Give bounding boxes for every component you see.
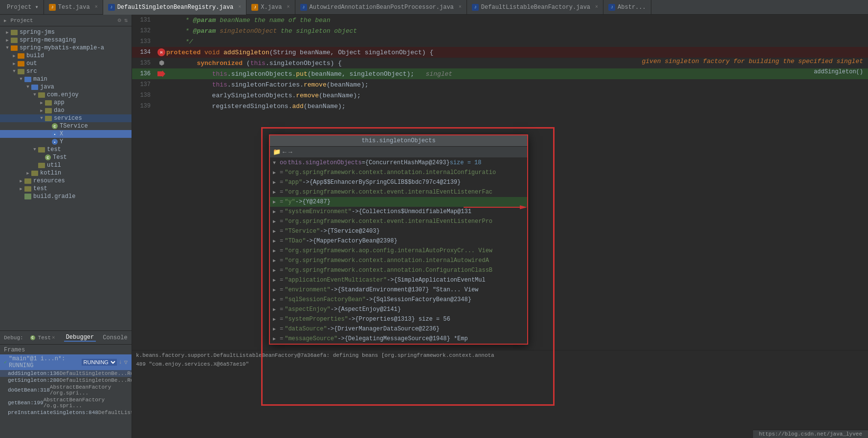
tab-test-java[interactable]: J Test.java × bbox=[44, 0, 103, 15]
tree-item-tservice[interactable]: C TService bbox=[0, 122, 132, 130]
code-editor[interactable]: 131 * @param beanName the name of the be… bbox=[132, 15, 868, 350]
popup-row-15[interactable]: ▶ = "systemProperties" -> {Properties@13… bbox=[270, 314, 527, 324]
popup-row-16[interactable]: ▶ = "dataSource" -> {DriverManagerDataSo… bbox=[270, 324, 527, 334]
popup-forward-btn[interactable]: → bbox=[289, 149, 292, 156]
label-main: main bbox=[33, 76, 47, 83]
tree-item-kotlin[interactable]: kotlin bbox=[0, 169, 132, 177]
sort-frames-icon[interactable]: ↓ bbox=[119, 359, 122, 366]
popup-row-9[interactable]: ▶ = "org.springframework.context.annotat… bbox=[270, 256, 527, 265]
code-line-133: 133 */ bbox=[132, 36, 868, 47]
close-icon[interactable]: × bbox=[95, 4, 98, 10]
tree-item-y[interactable]: • Y bbox=[0, 138, 132, 146]
popup-row-2[interactable]: ▶ = "org.springframework.context.event.i… bbox=[270, 187, 527, 197]
tree-item-main[interactable]: main bbox=[0, 75, 132, 83]
popup-header: this.singletonObjects bbox=[270, 135, 527, 147]
tree-container[interactable]: spring-jms spring-messaging spring-mybat… bbox=[0, 26, 132, 330]
frame-row-1[interactable]: getSingleton:280 DefaultSingletonBe...Re… bbox=[0, 377, 132, 384]
popup-row-5[interactable]: ▶ = "org.springframework.context.event.i… bbox=[270, 217, 527, 226]
entry-val-17: {DelegatingMessageSource@1948} *Emp bbox=[345, 335, 468, 342]
label-com-enjoy: com.enjoy bbox=[47, 91, 79, 98]
tab-abstr-label: Abstr... bbox=[618, 4, 646, 11]
tree-item-services[interactable]: services bbox=[0, 114, 132, 122]
gear-icon[interactable]: ⚙ bbox=[118, 17, 121, 24]
line-num-136: 136 bbox=[137, 70, 156, 77]
tree-item-test-src[interactable]: test bbox=[0, 185, 132, 193]
popup-row-6[interactable]: ▶ = "TService" -> {TService@2403} bbox=[270, 226, 527, 236]
popup-row-8[interactable]: ▶ = "org.springframework.aop.config.inte… bbox=[270, 246, 527, 256]
tree-item-src[interactable]: src bbox=[0, 67, 132, 75]
debug-tabs: Debug: C Test × Debugger Console ≡ ⬇ ⬇ ⬆… bbox=[0, 331, 132, 345]
arrow-kotlin bbox=[24, 171, 31, 176]
popup-row-17[interactable]: ▶ = "messageSource" -> {DelegatingMessag… bbox=[270, 334, 527, 344]
java-icon-2: J bbox=[251, 4, 258, 11]
tree-item-test-folder[interactable]: test bbox=[0, 146, 132, 153]
tab-default-singleton[interactable]: J DefaultSingletonBeanRegistry.java × bbox=[103, 0, 247, 15]
popup-root-row[interactable]: ▼ oo this.singletonObjects = {Concurrent… bbox=[270, 158, 527, 168]
tree-item-build[interactable]: build bbox=[0, 52, 132, 60]
tree-item-spring-messaging[interactable]: spring-messaging bbox=[0, 36, 132, 44]
code-line-139: 139 registeredSingletons.add(beanName); bbox=[132, 101, 868, 111]
arrow-services bbox=[38, 116, 45, 121]
close-icon-5[interactable]: × bbox=[595, 4, 598, 10]
debugger-tab[interactable]: Debugger bbox=[64, 334, 96, 342]
popup-row-7[interactable]: ▶ = "TDao" -> {MapperFactoryBean@2398} bbox=[270, 236, 527, 246]
console-text-1: 489 "com.enjoy.services.X@6a57ae10" bbox=[136, 361, 249, 367]
svg-marker-2 bbox=[520, 205, 527, 209]
frame-row-4[interactable]: preInstantiateSingletons:848 DefaultList… bbox=[0, 409, 132, 416]
tree-item-util[interactable]: util bbox=[0, 161, 132, 169]
entry-val-4: {Collections$UnmodifiableMap@131 bbox=[358, 208, 471, 215]
arrow-dao bbox=[38, 108, 45, 113]
entry-val-13: {SqlSessionFactoryBean@2348} bbox=[373, 296, 471, 303]
tab-x-java[interactable]: J X.java × bbox=[246, 0, 295, 15]
popup-row-1[interactable]: ▶ = "app" -> {App$$EnhancerBySpringCGLIB… bbox=[270, 177, 527, 187]
arrow-spring-messaging bbox=[4, 38, 11, 43]
tree-item-spring-jms[interactable]: spring-jms bbox=[0, 28, 132, 36]
label-out: out bbox=[26, 60, 37, 67]
popup-row-13[interactable]: ▶ = "sqlSessionFactoryBean" -> {SqlSessi… bbox=[270, 295, 527, 305]
line-num-138: 138 bbox=[137, 92, 156, 99]
frame-class-name-2: AbstractBeanFactory /org.spri... bbox=[50, 384, 124, 396]
thread-row-main[interactable]: ✓ "main"@1 i...n*: RUNNING RUNNING ↓ ▽ bbox=[0, 354, 132, 370]
popup-folder-btn[interactable]: 📁 bbox=[273, 148, 281, 156]
close-icon-2[interactable]: × bbox=[238, 4, 241, 10]
popup-content[interactable]: ▼ oo this.singletonObjects = {Concurrent… bbox=[270, 158, 527, 344]
frame-row-3[interactable]: getBean:199 AbstractBeanFactory /o.g.spr… bbox=[0, 396, 132, 409]
tree-item-build-gradle[interactable]: build.gradle bbox=[0, 193, 132, 200]
console-tab[interactable]: Console bbox=[101, 334, 129, 341]
close-debug-icon[interactable]: × bbox=[52, 335, 55, 341]
expand-icon[interactable]: ⇅ bbox=[124, 17, 128, 24]
tree-item-dao[interactable]: dao bbox=[0, 107, 132, 114]
close-icon-3[interactable]: × bbox=[287, 4, 290, 10]
frame-row-2[interactable]: doGetBean:318 AbstractBeanFactory /org.s… bbox=[0, 384, 132, 396]
popup-row-10[interactable]: ▶ = "org.springframework.context.annotat… bbox=[270, 265, 527, 275]
debug-test-label: C Test × bbox=[30, 335, 55, 341]
popup-back-btn[interactable]: ← bbox=[283, 149, 287, 156]
filter-frames-icon[interactable]: ▽ bbox=[124, 359, 128, 366]
folder-icon-src bbox=[18, 69, 24, 74]
popup-row-11[interactable]: ▶ = "applicationEventMulticaster" -> {Si… bbox=[270, 275, 527, 285]
popup-row-12[interactable]: ▶ = "environment" -> {StandardEnvironmen… bbox=[270, 285, 527, 295]
tree-item-out[interactable]: out bbox=[0, 60, 132, 67]
tree-item-spring-mybatis[interactable]: spring-mybatis-example-a bbox=[0, 44, 132, 52]
close-icon-4[interactable]: × bbox=[459, 4, 462, 10]
java-blue-icon-3: J bbox=[472, 4, 479, 11]
tree-item-app[interactable]: app bbox=[0, 99, 132, 107]
tab-project[interactable]: Project ▾ bbox=[2, 0, 44, 15]
popup-row-14[interactable]: ▶ = "aspectEnjoy" -> {AspectEnjoy@2141} bbox=[270, 305, 527, 314]
tree-item-test-class[interactable]: C Test bbox=[0, 153, 132, 161]
entry-val-11: {SimpleApplicationEventMul bbox=[394, 277, 485, 284]
tree-item-java[interactable]: java bbox=[0, 83, 132, 91]
frame-row-0[interactable]: addSingleton:136 DefaultSingletonBe...Re… bbox=[0, 370, 132, 377]
tab-abstr[interactable]: J Abstr... bbox=[603, 0, 651, 15]
tab-default-listable[interactable]: J DefaultListableBeanFactory.java × bbox=[467, 0, 603, 15]
tree-item-com-enjoy[interactable]: com.enjoy bbox=[0, 91, 132, 99]
thread-state-select[interactable]: RUNNING bbox=[82, 359, 117, 366]
arrow-com-enjoy bbox=[31, 92, 38, 97]
popup-title: this.singletonObjects bbox=[361, 137, 435, 144]
tree-item-x[interactable]: • X bbox=[0, 130, 132, 138]
popup-row-0[interactable]: ▶ = "org.springframework.context.annotat… bbox=[270, 168, 527, 177]
tab-autowired[interactable]: J AutowiredAnnotationBeanPostProcessor.j… bbox=[295, 0, 467, 15]
tab-test-java-label: Test.java bbox=[58, 4, 90, 11]
folder-icon-spring-mybatis bbox=[11, 45, 18, 51]
tree-item-resources[interactable]: resources bbox=[0, 177, 132, 185]
